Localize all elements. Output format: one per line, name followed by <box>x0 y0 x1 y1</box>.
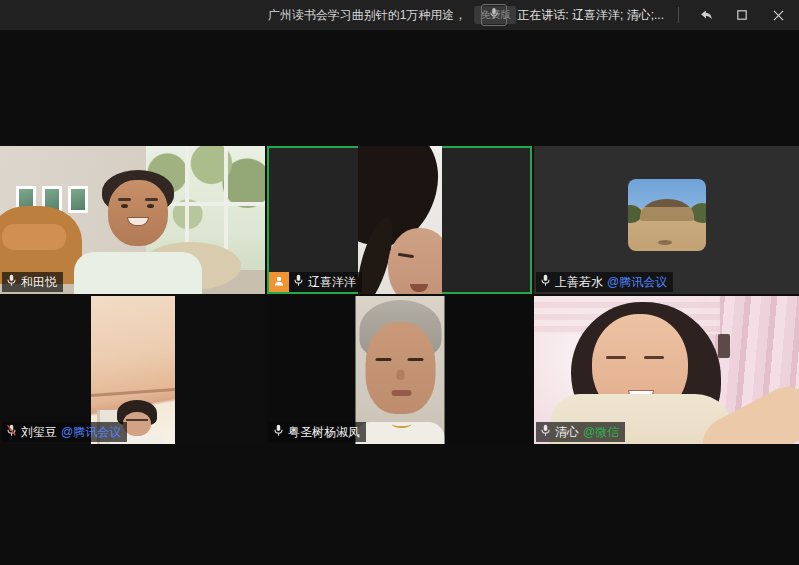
mic-icon <box>540 423 551 441</box>
video-tile-5[interactable]: 粤圣树杨淑凤 <box>267 296 532 444</box>
speaking-mic-button[interactable] <box>481 4 507 26</box>
background-object <box>718 334 730 358</box>
participant-name: 刘玺豆 <box>21 424 57 441</box>
wall-art-frame <box>68 186 88 213</box>
minimize-to-float-button[interactable] <box>693 2 719 28</box>
speaking-indicator: 正在讲话: 辽喜洋洋; 清心;... <box>517 7 664 24</box>
participant-platform: @微信 <box>583 424 619 441</box>
participant-platform: @腾讯会议 <box>61 424 121 441</box>
name-label: 和田悦 <box>2 272 63 292</box>
video-tile-4[interactable]: 刘玺豆 @腾讯会议 <box>0 296 265 444</box>
participant-name: 辽喜洋洋 <box>308 274 356 291</box>
avatar <box>628 179 706 251</box>
portrait-video-strip <box>355 296 444 444</box>
participant-shirt <box>74 252 202 294</box>
participant-eyebrow <box>145 198 158 201</box>
mic-icon <box>6 273 17 291</box>
ceiling-beam <box>91 388 175 397</box>
participant-eye <box>407 358 423 361</box>
participant-name: 粤圣树杨淑凤 <box>288 424 360 441</box>
microphone-icon <box>489 6 499 24</box>
participant-platform: @腾讯会议 <box>607 274 667 291</box>
float-arrow-icon <box>699 9 713 21</box>
video-grid: 和田悦 <box>0 146 799 444</box>
participant-eyebrow <box>118 198 131 201</box>
participant-necklace <box>391 420 411 428</box>
host-badge <box>269 272 289 292</box>
participant-name: 上善若水 <box>555 274 603 291</box>
participant-mouth <box>391 390 411 396</box>
video-tile-3[interactable]: 上善若水 @腾讯会议 <box>534 146 799 294</box>
maximize-button[interactable] <box>729 2 755 28</box>
participant-eye <box>121 204 128 208</box>
avatar-building <box>640 199 694 221</box>
participant-eye <box>644 356 664 359</box>
video-stage: 和田悦 <box>0 30 799 565</box>
video-tile-6[interactable]: 清心 @微信 <box>534 296 799 444</box>
participant-name: 清心 <box>555 424 579 441</box>
host-person-icon <box>273 273 285 291</box>
participant-face <box>108 180 168 246</box>
portrait-video-strip <box>358 146 442 294</box>
close-icon <box>773 10 784 21</box>
armchair-cushion <box>2 224 66 250</box>
avatar-ground <box>658 240 672 245</box>
mic-muted-icon <box>6 423 17 441</box>
titlebar-right: 正在讲话: 辽喜洋洋; 清心;... <box>481 0 791 30</box>
titlebar: 广州读书会学习曲别针的1万种用途， 免费版 正在讲话: 辽喜洋洋; 清心;... <box>0 0 799 30</box>
participant-eye <box>147 204 154 208</box>
titlebar-divider <box>678 7 679 23</box>
name-label: 辽喜洋洋 <box>269 272 362 292</box>
mic-icon <box>293 273 304 291</box>
participant-face <box>365 322 435 414</box>
participant-eye <box>375 358 391 361</box>
video-tile-1[interactable]: 和田悦 <box>0 146 265 294</box>
participant-eye <box>606 356 626 359</box>
name-label: 粤圣树杨淑凤 <box>269 422 366 442</box>
name-label: 刘玺豆 @腾讯会议 <box>2 422 127 442</box>
meeting-window: 广州读书会学习曲别针的1万种用途， 免费版 正在讲话: 辽喜洋洋; 清心;... <box>0 0 799 565</box>
mic-icon <box>273 423 284 441</box>
title-group: 广州读书会学习曲别针的1万种用途， 免费版 <box>268 0 517 30</box>
maximize-icon <box>737 10 747 20</box>
participant-glasses <box>126 419 148 424</box>
name-label: 上善若水 @腾讯会议 <box>536 272 673 292</box>
name-label: 清心 @微信 <box>536 422 625 442</box>
participant-name: 和田悦 <box>21 274 57 291</box>
meeting-title: 广州读书会学习曲别针的1万种用途， <box>268 7 467 24</box>
close-button[interactable] <box>765 2 791 28</box>
mic-icon <box>540 273 551 291</box>
participant-nose <box>396 370 404 380</box>
video-tile-2[interactable]: 辽喜洋洋 <box>267 146 532 294</box>
